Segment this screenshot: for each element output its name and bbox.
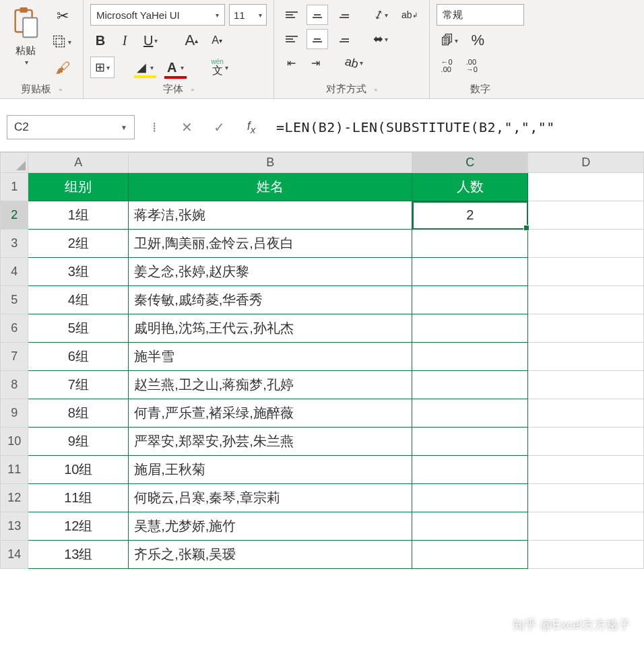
cell-B3[interactable]: 卫妍,陶美丽,金怜云,吕夜白: [129, 230, 412, 258]
cell-C3[interactable]: [412, 230, 528, 258]
cut-button[interactable]: ✂: [49, 4, 76, 28]
cell-A5[interactable]: 4组: [28, 286, 129, 314]
cell-A7[interactable]: 6组: [28, 343, 129, 371]
row-header-2[interactable]: 2: [1, 201, 28, 230]
borders-button[interactable]: ⊞▾: [90, 57, 115, 78]
column-header-A[interactable]: A: [28, 153, 129, 173]
cell-D6[interactable]: [528, 314, 644, 343]
font-color-button[interactable]: A▾: [162, 57, 189, 79]
insert-function-button[interactable]: fx: [238, 115, 264, 139]
row-header-5[interactable]: 5: [1, 286, 28, 314]
cell-D1[interactable]: [528, 173, 644, 201]
font-size-select[interactable]: 11▾: [229, 4, 267, 26]
format-painter-button[interactable]: 🖌: [49, 56, 76, 80]
cell-C7[interactable]: [412, 343, 528, 371]
cell-B4[interactable]: 姜之念,张婷,赵庆黎: [129, 258, 412, 286]
cell-C11[interactable]: [412, 456, 528, 484]
column-header-D[interactable]: D: [528, 153, 644, 173]
increase-decimal-button[interactable]: ←0.00: [437, 55, 457, 77]
align-bottom-button[interactable]: [332, 5, 354, 25]
cell-D13[interactable]: [528, 512, 644, 541]
row-header-7[interactable]: 7: [1, 343, 28, 371]
cell-D3[interactable]: [528, 230, 644, 258]
cell-B2[interactable]: 蒋孝洁,张婉: [129, 201, 412, 230]
cell-D5[interactable]: [528, 286, 644, 314]
row-header-4[interactable]: 4: [1, 258, 28, 286]
cell-B5[interactable]: 秦传敏,戚绮菱,华香秀: [129, 286, 412, 314]
align-center-button[interactable]: [307, 29, 328, 49]
cell-A11[interactable]: 10组: [28, 456, 129, 484]
phonetic-button[interactable]: wén文▾: [206, 55, 232, 79]
row-header-1[interactable]: 1: [1, 173, 28, 201]
orientation-button[interactable]: ⤢▾: [368, 4, 393, 26]
font-name-select[interactable]: Microsoft YaHei UI▾: [90, 4, 225, 26]
cell-B9[interactable]: 何青,严乐萱,褚采绿,施醉薇: [129, 399, 412, 428]
cell-A6[interactable]: 5组: [28, 314, 129, 343]
cell-C12[interactable]: [412, 484, 528, 512]
formula-input[interactable]: [271, 115, 637, 139]
cell-C6[interactable]: [412, 314, 528, 343]
row-header-3[interactable]: 3: [1, 230, 28, 258]
wrap-text-button[interactable]: ab↲: [397, 5, 422, 25]
bold-button[interactable]: B: [90, 30, 110, 52]
cell-D7[interactable]: [528, 343, 644, 371]
decrease-decimal-button[interactable]: .00→0: [461, 55, 482, 77]
cell-C8[interactable]: [412, 371, 528, 399]
accounting-format-button[interactable]: 🗐▾: [437, 30, 463, 51]
spreadsheet-grid[interactable]: ABCD1组别姓名人数21组蒋孝洁,张婉232组卫妍,陶美丽,金怜云,吕夜白43…: [0, 152, 644, 569]
dialog-launcher-icon[interactable]: ▫: [375, 85, 377, 94]
cell-D8[interactable]: [528, 371, 644, 399]
cell-B13[interactable]: 吴慧,尤梦娇,施竹: [129, 512, 412, 541]
cell-B10[interactable]: 严翠安,郑翠安,孙芸,朱兰燕: [129, 428, 412, 456]
row-header-10[interactable]: 10: [1, 428, 28, 456]
align-middle-button[interactable]: [307, 5, 328, 25]
cell-C5[interactable]: [412, 286, 528, 314]
cell-C1[interactable]: 人数: [412, 173, 528, 201]
column-header-C[interactable]: C: [412, 153, 528, 173]
cell-B11[interactable]: 施眉,王秋菊: [129, 456, 412, 484]
cell-D9[interactable]: [528, 399, 644, 428]
cell-A3[interactable]: 2组: [28, 230, 129, 258]
row-header-12[interactable]: 12: [1, 484, 28, 512]
italic-button[interactable]: I: [115, 30, 135, 52]
row-header-9[interactable]: 9: [1, 399, 28, 428]
cell-A13[interactable]: 12组: [28, 512, 129, 541]
row-header-8[interactable]: 8: [1, 371, 28, 399]
cell-B12[interactable]: 何晓云,吕寒,秦琴,章宗莉: [129, 484, 412, 512]
cell-D10[interactable]: [528, 428, 644, 456]
cell-D11[interactable]: [528, 456, 644, 484]
cell-C4[interactable]: [412, 258, 528, 286]
cell-A4[interactable]: 3组: [28, 258, 129, 286]
fill-color-button[interactable]: ◢▾: [132, 57, 158, 78]
cell-B8[interactable]: 赵兰燕,卫之山,蒋痴梦,孔婷: [129, 371, 412, 399]
number-format-select[interactable]: 常规: [437, 4, 524, 26]
column-header-B[interactable]: B: [129, 153, 412, 173]
row-header-6[interactable]: 6: [1, 314, 28, 343]
increase-indent-button[interactable]: ⇥: [305, 53, 325, 73]
cell-B7[interactable]: 施半雪: [129, 343, 412, 371]
merge-button[interactable]: ⬌▾: [368, 28, 393, 50]
dialog-launcher-icon[interactable]: ▫: [191, 85, 194, 94]
decrease-indent-button[interactable]: ⇤: [281, 53, 301, 73]
paste-button[interactable]: 粘贴 ▾: [7, 4, 44, 67]
cell-A8[interactable]: 7组: [28, 371, 129, 399]
cell-C10[interactable]: [412, 428, 528, 456]
cell-C9[interactable]: [412, 399, 528, 428]
align-left-button[interactable]: [281, 29, 302, 49]
cell-A14[interactable]: 13组: [28, 541, 129, 569]
align-right-button[interactable]: [332, 29, 354, 49]
cell-A9[interactable]: 8组: [28, 399, 129, 428]
cell-B6[interactable]: 戚明艳,沈筠,王代云,孙礼杰: [129, 314, 412, 343]
row-header-11[interactable]: 11: [1, 456, 28, 484]
name-box[interactable]: C2▼: [7, 115, 135, 139]
cell-B1[interactable]: 姓名: [129, 173, 412, 201]
cell-C13[interactable]: [412, 512, 528, 541]
cell-A10[interactable]: 9组: [28, 428, 129, 456]
grow-font-button[interactable]: A▴: [180, 28, 203, 53]
row-header-13[interactable]: 13: [1, 512, 28, 541]
underline-button[interactable]: U▾: [139, 30, 162, 52]
cell-D12[interactable]: [528, 484, 644, 512]
shrink-font-button[interactable]: A▾: [207, 30, 227, 50]
cancel-formula-button[interactable]: ✕: [174, 115, 199, 139]
cell-D2[interactable]: [528, 201, 644, 230]
